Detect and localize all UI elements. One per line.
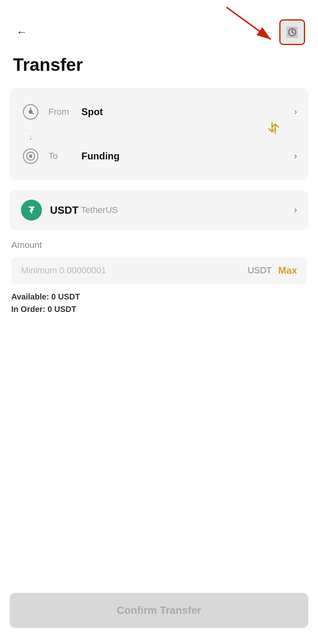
from-label: From	[48, 107, 77, 117]
down-arrow-icon: ↓	[21, 132, 40, 142]
token-card[interactable]: ₮ USDT TetherUS ›	[10, 190, 308, 230]
transfer-direction-card: From Spot › ↓ To Funding ›	[10, 88, 308, 180]
in-order-label: In Order:	[11, 305, 45, 314]
to-row[interactable]: To Funding ›	[21, 144, 297, 171]
header: ←	[0, 0, 318, 52]
spot-icon	[23, 104, 39, 120]
amount-currency: USDT	[247, 265, 272, 276]
confirm-transfer-button[interactable]: Confirm Transfer	[10, 593, 308, 628]
balance-info: Available: 0 USDT In Order: 0 USDT	[0, 292, 318, 314]
svg-point-12	[29, 155, 32, 158]
direction-divider: ↓	[21, 130, 297, 144]
amount-placeholder: Minimum 0.00000001	[21, 265, 247, 276]
amount-input-container[interactable]: Minimum 0.00000001 USDT Max	[11, 257, 307, 284]
to-chevron-icon: ›	[294, 151, 297, 161]
token-full-name: TetherUS	[81, 205, 118, 215]
from-icon-container	[21, 102, 40, 122]
to-value: Funding	[81, 151, 294, 162]
svg-text:₮: ₮	[29, 205, 35, 215]
from-row[interactable]: From Spot ›	[21, 97, 297, 130]
to-icon-container	[21, 147, 40, 166]
history-button[interactable]	[279, 19, 305, 45]
token-name: USDT	[50, 204, 79, 217]
available-value: 0 USDT	[51, 292, 80, 301]
available-label: Available:	[11, 292, 49, 301]
token-chevron-icon: ›	[294, 205, 297, 215]
to-label: To	[48, 151, 77, 161]
annotation-arrow	[218, 0, 283, 52]
max-button[interactable]: Max	[278, 265, 297, 276]
back-button[interactable]: ←	[13, 23, 31, 42]
in-order-row: In Order: 0 USDT	[11, 305, 307, 314]
funding-icon	[23, 148, 39, 164]
page-title: Transfer	[0, 52, 318, 88]
from-value: Spot	[81, 106, 294, 118]
from-chevron-icon: ›	[294, 107, 297, 117]
amount-section: Amount Minimum 0.00000001 USDT Max	[0, 240, 318, 284]
token-icon-container: ₮	[21, 200, 42, 221]
token-row: ₮ USDT TetherUS ›	[21, 200, 297, 221]
swap-icon	[266, 120, 281, 136]
history-icon	[285, 25, 299, 39]
in-order-value: 0 USDT	[48, 305, 76, 314]
svg-line-5	[227, 7, 271, 39]
swap-button[interactable]	[266, 120, 281, 136]
amount-label: Amount	[11, 240, 307, 250]
available-row: Available: 0 USDT	[11, 292, 307, 301]
back-icon: ←	[16, 26, 27, 39]
usdt-icon: ₮	[21, 200, 42, 221]
